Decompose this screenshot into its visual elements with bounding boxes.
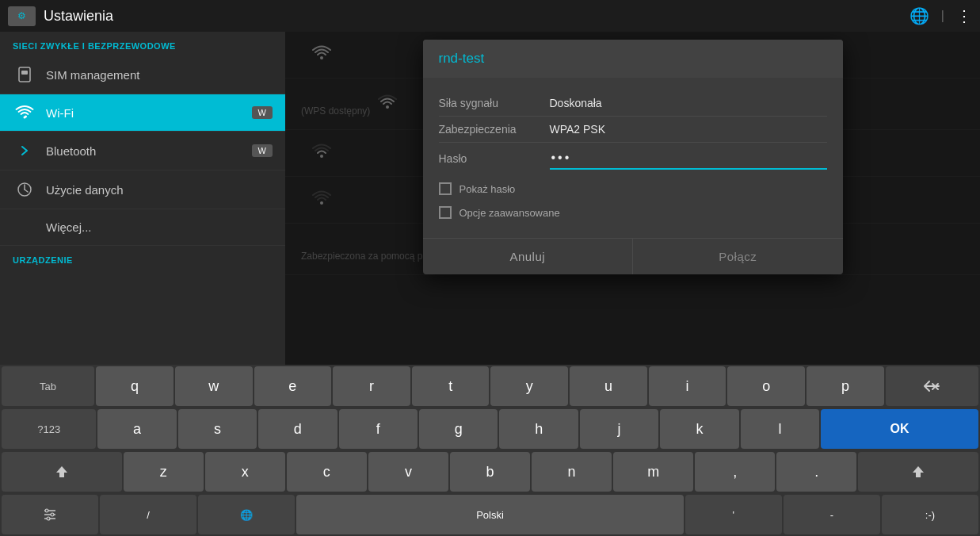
svg-rect-1: [21, 71, 28, 75]
left-shift-key[interactable]: [2, 452, 122, 492]
sidebar-item-sim[interactable]: SIM management: [0, 56, 285, 94]
sidebar-item-data-usage[interactable]: Użycie danych: [0, 170, 285, 209]
globe-key[interactable]: 🌐: [198, 495, 295, 534]
sidebar-item-bluetooth[interactable]: Bluetooth W: [0, 132, 285, 170]
key-comma[interactable]: ,: [695, 452, 775, 492]
modal-body: Siła sygnału Doskonała Zabezpieczenia WP…: [423, 78, 843, 238]
modal-title: rnd-test: [423, 40, 843, 78]
keyboard-row-3: z x c v b n m , .: [0, 450, 980, 493]
top-bar-icons: 🌐 | ⋮: [909, 6, 972, 25]
key-a[interactable]: a: [97, 409, 176, 449]
smiley-key[interactable]: :-): [882, 495, 978, 534]
wifi-icon: [13, 105, 36, 120]
modal-security-row: Zabezpieczenia WPA2 PSK: [439, 117, 827, 143]
key-t[interactable]: t: [412, 366, 490, 406]
svg-point-16: [47, 517, 50, 520]
advanced-options-label: Opcje zaawansowane: [459, 207, 560, 219]
key-d[interactable]: d: [258, 409, 337, 449]
keyboard-row-1: Tab q w e r t y u i o p: [0, 365, 980, 408]
space-key[interactable]: Polski: [296, 495, 683, 534]
svg-point-15: [51, 513, 54, 516]
app-icon: ⚙: [8, 6, 36, 26]
modal-password-row: Hasło: [439, 143, 827, 174]
data-usage-label: Użycie danych: [46, 183, 273, 197]
wifi-label: Wi-Fi: [46, 106, 252, 120]
key-c[interactable]: c: [287, 452, 367, 492]
dash-key[interactable]: -: [784, 495, 880, 534]
tab-key[interactable]: Tab: [2, 366, 94, 406]
cancel-button[interactable]: Anuluj: [423, 239, 634, 274]
sidebar-item-more[interactable]: Więcej...: [0, 209, 285, 246]
bluetooth-icon: [13, 143, 36, 159]
divider: |: [941, 9, 944, 23]
key-g[interactable]: g: [419, 409, 498, 449]
section-header-network: SIECI ZWYKŁE I BEZPRZEWODOWE: [0, 32, 285, 56]
wifi-badge: W: [252, 106, 273, 119]
show-password-checkbox[interactable]: [439, 182, 452, 195]
key-j[interactable]: j: [580, 409, 658, 449]
modal-password-label: Hasło: [439, 152, 550, 165]
modal-show-password-row: Pokaż hasło: [439, 174, 827, 200]
connect-button[interactable]: Połącz: [633, 239, 843, 274]
ok-key[interactable]: OK: [821, 409, 978, 449]
sidebar-item-wifi[interactable]: Wi-Fi W: [0, 94, 285, 132]
key-k[interactable]: k: [660, 409, 738, 449]
key-l[interactable]: l: [741, 409, 819, 449]
keyboard-row-4: / 🌐 Polski ' - :-): [0, 493, 980, 536]
key-i[interactable]: i: [649, 366, 726, 406]
modal-security-label: Zabezpieczenia: [439, 123, 550, 136]
key-m[interactable]: m: [613, 452, 693, 492]
key-v[interactable]: v: [368, 452, 448, 492]
password-input[interactable]: [550, 147, 827, 170]
top-bar: ⚙ Ustawienia 🌐 | ⋮: [0, 0, 980, 32]
show-password-label: Pokaż hasło: [459, 183, 516, 195]
modal-advanced-row: Opcje zaawansowane: [439, 200, 827, 225]
advanced-options-checkbox[interactable]: [439, 206, 452, 219]
apostrophe-key[interactable]: ': [685, 495, 782, 534]
menu-icon[interactable]: ⋮: [956, 6, 972, 25]
key-period[interactable]: .: [776, 452, 856, 492]
key-o[interactable]: o: [727, 366, 805, 406]
key-n[interactable]: n: [532, 452, 612, 492]
key-f[interactable]: f: [339, 409, 418, 449]
slash-key[interactable]: /: [100, 495, 196, 534]
key-r[interactable]: r: [333, 366, 410, 406]
svg-point-14: [45, 509, 48, 512]
keyboard: Tab q w e r t y u i o p ?123 a s d f g h…: [0, 365, 980, 536]
key-p[interactable]: p: [806, 366, 884, 406]
modal-signal-label: Siła sygnału: [439, 97, 550, 109]
key-e[interactable]: e: [254, 366, 332, 406]
key-h[interactable]: h: [499, 409, 578, 449]
sim-label: SIM management: [46, 68, 273, 82]
key-q[interactable]: q: [96, 366, 174, 406]
sim-icon: [13, 67, 36, 82]
right-shift-key[interactable]: [858, 452, 978, 492]
key-b[interactable]: b: [450, 452, 530, 492]
key-u[interactable]: u: [570, 366, 647, 406]
bluetooth-label: Bluetooth: [46, 144, 252, 158]
data-usage-icon: [13, 182, 36, 197]
modal-signal-row: Siła sygnału Doskonała: [439, 90, 827, 117]
section-header-device: URZĄDZENIE: [0, 246, 285, 270]
app-title: Ustawienia: [44, 8, 113, 25]
more-label: Więcej...: [46, 220, 273, 234]
backspace-key[interactable]: [886, 366, 978, 406]
num-key[interactable]: ?123: [2, 409, 96, 449]
bluetooth-badge: W: [252, 144, 273, 157]
wifi-connect-modal: rnd-test Siła sygnału Doskonała Zabezpie…: [423, 40, 843, 274]
equalizer-key[interactable]: [2, 495, 98, 534]
modal-security-value: WPA2 PSK: [550, 123, 606, 136]
key-w[interactable]: w: [175, 366, 253, 406]
key-x[interactable]: x: [205, 452, 285, 492]
key-y[interactable]: y: [490, 366, 568, 406]
globe-icon[interactable]: 🌐: [909, 6, 929, 25]
modal-footer: Anuluj Połącz: [423, 238, 843, 274]
svg-point-2: [24, 117, 26, 119]
keyboard-row-2: ?123 a s d f g h j k l OK: [0, 408, 980, 450]
key-z[interactable]: z: [124, 452, 204, 492]
key-s[interactable]: s: [178, 409, 257, 449]
modal-signal-value: Doskonała: [550, 97, 602, 109]
